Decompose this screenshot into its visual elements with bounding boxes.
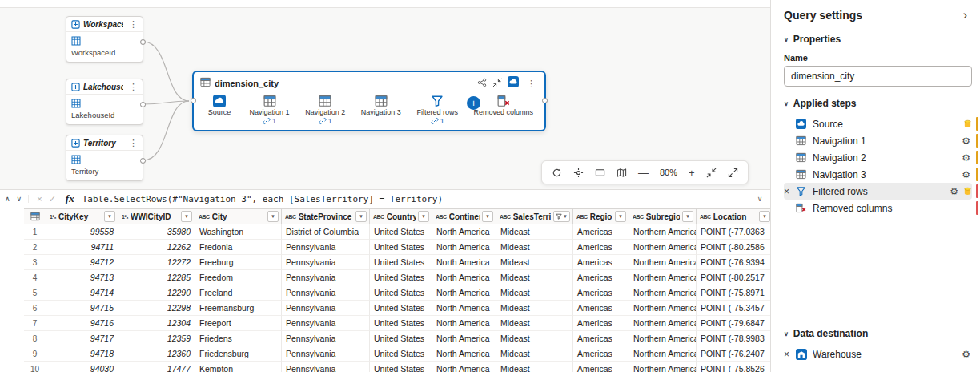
cell[interactable]: 12290 <box>118 285 195 301</box>
cell[interactable]: Northern America <box>629 316 697 331</box>
node-step-filtered-rows[interactable]: Filtered rows1 <box>416 95 458 125</box>
cell[interactable]: POINT (-80.2517 <box>697 270 770 285</box>
node-step-source[interactable]: Source <box>205 95 234 125</box>
cell[interactable]: POINT (-78.9983 <box>697 331 770 346</box>
cell[interactable]: 12304 <box>118 316 195 331</box>
cell[interactable]: 94030 <box>46 362 118 372</box>
row-number[interactable]: 8 <box>24 331 46 346</box>
cell[interactable]: Northern America <box>629 270 697 285</box>
filter-dropdown-icon[interactable]: ▼ <box>104 211 115 222</box>
cell[interactable]: Washington <box>195 224 282 240</box>
cell[interactable]: 94715 <box>46 301 118 316</box>
node-step-navigation-3[interactable]: Navigation 3 <box>361 95 401 125</box>
row-number[interactable]: 10 <box>24 362 46 372</box>
cell[interactable]: POINT (-76.2407 <box>697 346 770 362</box>
cell[interactable]: Americas <box>573 270 629 285</box>
cell[interactable]: Americas <box>573 255 629 270</box>
insert-step-button[interactable]: + <box>467 96 480 110</box>
cell[interactable]: United States <box>370 331 432 346</box>
destination-warehouse-row[interactable]: × Warehouse ⚙ <box>784 346 972 362</box>
cell[interactable]: United States <box>370 316 432 331</box>
cell[interactable]: Mideast <box>496 255 573 270</box>
query-name-input[interactable] <box>784 66 972 87</box>
cell[interactable]: North America <box>432 346 496 362</box>
cell[interactable]: North America <box>432 285 496 301</box>
column-header-Location[interactable]: ABCLocation▼ <box>697 208 770 224</box>
reset-view-button[interactable] <box>552 168 562 178</box>
cell[interactable]: 12262 <box>118 240 195 255</box>
row-number[interactable]: 5 <box>24 285 46 301</box>
cell[interactable]: Freeburg <box>195 255 282 270</box>
filter-dropdown-icon[interactable]: ▼ <box>418 211 429 222</box>
column-header-Country[interactable]: ABCCountry▼ <box>370 208 432 224</box>
commit-formula-button[interactable]: ✓ <box>49 194 56 204</box>
cell[interactable]: 12285 <box>118 270 195 285</box>
cell[interactable]: Northern America <box>629 285 697 301</box>
cell[interactable]: 94713 <box>46 270 118 285</box>
applied-step-navigation-2[interactable]: Navigation 2⚙ <box>784 149 972 166</box>
cell[interactable]: United States <box>370 255 432 270</box>
cell[interactable]: Americas <box>573 316 629 331</box>
cell[interactable]: 12359 <box>118 331 195 346</box>
cell[interactable]: United States <box>370 362 432 372</box>
destination-settings-gear-icon[interactable]: ⚙ <box>962 350 970 359</box>
expand-canvas-button[interactable] <box>728 168 738 178</box>
collapse-all-nodes-button[interactable] <box>706 168 717 178</box>
next-step-button[interactable]: ∨ <box>17 195 22 203</box>
cell[interactable]: POINT (-75.3457 <box>697 301 770 316</box>
query-node-dimension-city[interactable]: dimension_city ⋮ SourceNavigation 11Navi… <box>192 71 546 131</box>
cell[interactable]: 94717 <box>46 331 118 346</box>
remove-destination-button[interactable]: × <box>784 350 789 359</box>
column-header-City[interactable]: ABCCity▼ <box>195 208 282 224</box>
cell[interactable]: 94712 <box>46 255 118 270</box>
applied-step-removed-columns[interactable]: Removed columns <box>784 200 972 216</box>
cell[interactable]: United States <box>370 270 432 285</box>
collapse-node-icon[interactable] <box>492 76 502 91</box>
cell[interactable]: 12272 <box>118 255 195 270</box>
discard-formula-button[interactable]: × <box>37 194 42 204</box>
reference-count-badge[interactable]: 1 <box>431 117 444 125</box>
cell[interactable]: Mideast <box>496 285 573 301</box>
cell[interactable]: Pennsylvania <box>282 331 370 346</box>
cell[interactable]: Pennsylvania <box>282 301 370 316</box>
applied-step-navigation-3[interactable]: Navigation 3⚙ <box>784 166 972 183</box>
cell[interactable]: Friedensburg <box>195 346 282 362</box>
expand-formula-bar-icon[interactable]: ∨ <box>749 195 770 203</box>
cell[interactable]: Northern America <box>629 240 697 255</box>
cell[interactable]: Pennsylvania <box>282 285 370 301</box>
fit-to-screen-button[interactable] <box>595 168 605 178</box>
filter-dropdown-icon[interactable]: ▼ <box>181 211 192 222</box>
cell[interactable]: 35980 <box>118 224 195 240</box>
output-port[interactable] <box>140 102 146 107</box>
cell[interactable]: Mideast <box>496 346 573 362</box>
cell[interactable]: United States <box>370 224 432 240</box>
row-number[interactable]: 4 <box>24 270 46 285</box>
column-header-StateProvince[interactable]: ABCStateProvince▼ <box>282 208 370 224</box>
step-settings-gear-icon[interactable]: ⚙ <box>962 170 970 180</box>
cell[interactable]: Pennsylvania <box>282 255 370 270</box>
cell[interactable]: Northern America <box>629 331 697 346</box>
column-header-CityKey[interactable]: 1²₃CityKey▼ <box>46 208 118 224</box>
cell[interactable]: Mideast <box>496 301 573 316</box>
cell[interactable]: North America <box>432 331 496 346</box>
related-queries-icon[interactable] <box>477 76 487 91</box>
cell[interactable]: Mideast <box>496 240 573 255</box>
cell[interactable]: 94711 <box>46 240 118 255</box>
cell[interactable]: Northern America <box>629 362 697 372</box>
output-port[interactable] <box>140 39 146 45</box>
collapse-panel-button[interactable]: › <box>958 8 972 22</box>
cell[interactable]: North America <box>432 301 496 316</box>
select-all-cell[interactable] <box>24 208 46 224</box>
cell[interactable]: Mideast <box>496 362 573 372</box>
filter-dropdown-icon[interactable]: ▼ <box>267 211 279 222</box>
cell[interactable]: Freeland <box>195 285 282 301</box>
cell[interactable]: 99558 <box>46 224 118 240</box>
zoom-out-button[interactable]: — <box>638 167 649 179</box>
cell[interactable]: North America <box>432 224 496 240</box>
cell[interactable]: POINT (-75.8971 <box>697 285 770 301</box>
more-options-icon[interactable]: ⋮ <box>127 83 140 91</box>
node-step-navigation-1[interactable]: Navigation 11 <box>250 95 290 125</box>
cell[interactable]: Pennsylvania <box>282 240 370 255</box>
cell[interactable]: 12298 <box>118 301 195 316</box>
cell[interactable]: Freedom <box>195 270 282 285</box>
